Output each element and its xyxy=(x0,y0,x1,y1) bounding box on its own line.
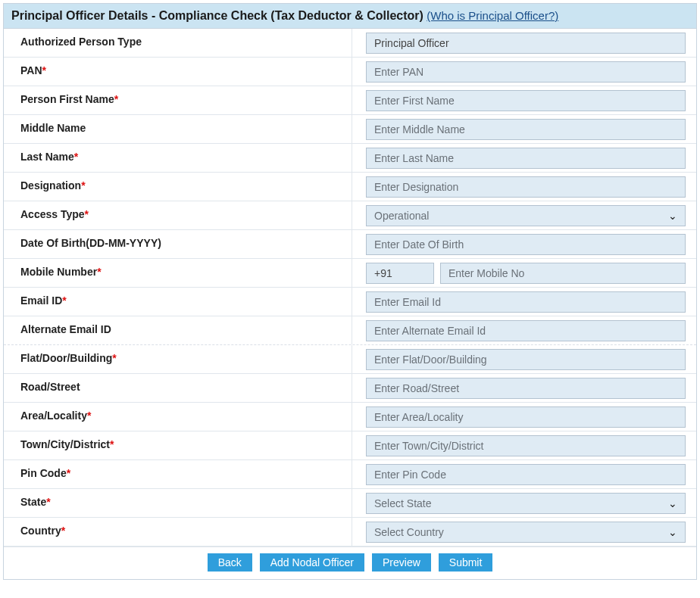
row-flat: Flat/Door/Building* xyxy=(4,345,696,374)
label-town: Town/City/District* xyxy=(4,431,352,459)
row-first-name: Person First Name* xyxy=(4,86,696,115)
help-link-principal-officer[interactable]: (Who is Principal Officer?) xyxy=(427,9,558,22)
preview-button[interactable]: Preview xyxy=(372,553,431,572)
row-road: Road/Street xyxy=(4,374,696,403)
row-access-type: Access Type* Operational ⌄ xyxy=(4,201,696,230)
input-town[interactable] xyxy=(366,435,686,456)
row-designation: Designation* xyxy=(4,173,696,201)
label-mobile: Mobile Number* xyxy=(4,259,352,287)
row-email: Email ID* xyxy=(4,288,696,316)
label-last-name: Last Name* xyxy=(4,144,352,172)
row-country: Country* Select Country ⌄ xyxy=(4,518,696,547)
label-alt-email: Alternate Email ID xyxy=(4,316,352,344)
input-designation[interactable] xyxy=(366,176,686,198)
select-state[interactable]: Select State ⌄ xyxy=(366,493,686,514)
row-pincode: Pin Code* xyxy=(4,460,696,489)
principal-officer-panel: Principal Officer Details - Compliance C… xyxy=(3,3,697,580)
input-first-name[interactable] xyxy=(366,90,686,111)
select-country[interactable]: Select Country ⌄ xyxy=(366,522,686,543)
input-last-name[interactable] xyxy=(366,148,686,169)
input-pincode[interactable] xyxy=(366,464,686,485)
label-state: State* xyxy=(4,489,352,517)
chevron-down-icon: ⌄ xyxy=(668,210,677,222)
label-dob: Date Of Birth(DD-MM-YYYY) xyxy=(4,230,352,258)
input-area[interactable] xyxy=(366,406,686,428)
footer-actions: Back Add Nodal Officer Preview Submit xyxy=(4,547,696,579)
input-email[interactable] xyxy=(366,291,686,313)
panel-title: Principal Officer Details - Compliance C… xyxy=(11,9,423,22)
row-alt-email: Alternate Email ID xyxy=(4,316,696,345)
back-button[interactable]: Back xyxy=(208,553,252,572)
label-middle-name: Middle Name xyxy=(4,115,352,143)
row-authorized-person-type: Authorized Person Type Principal Officer xyxy=(4,29,696,58)
label-access-type: Access Type* xyxy=(4,201,352,229)
panel-header: Principal Officer Details - Compliance C… xyxy=(4,4,696,29)
row-town: Town/City/District* xyxy=(4,431,696,460)
row-mobile: Mobile Number* +91 xyxy=(4,259,696,288)
row-dob: Date Of Birth(DD-MM-YYYY) xyxy=(4,230,696,259)
label-designation: Designation* xyxy=(4,173,352,201)
input-road[interactable] xyxy=(366,378,686,399)
input-flat[interactable] xyxy=(366,349,686,370)
input-middle-name[interactable] xyxy=(366,119,686,140)
label-pincode: Pin Code* xyxy=(4,460,352,488)
row-last-name: Last Name* xyxy=(4,144,696,173)
row-middle-name: Middle Name xyxy=(4,115,696,144)
label-email: Email ID* xyxy=(4,288,352,316)
row-state: State* Select State ⌄ xyxy=(4,489,696,518)
label-authorized-person-type: Authorized Person Type xyxy=(4,29,352,57)
chevron-down-icon: ⌄ xyxy=(668,526,677,538)
label-first-name: Person First Name* xyxy=(4,86,352,114)
add-nodal-officer-button[interactable]: Add Nodal Officer xyxy=(260,553,364,572)
submit-button[interactable]: Submit xyxy=(439,553,493,572)
input-alt-email[interactable] xyxy=(366,320,686,341)
input-mobile[interactable] xyxy=(440,263,686,284)
row-pan: PAN* xyxy=(4,58,696,86)
value-authorized-person-type: Principal Officer xyxy=(366,33,686,54)
input-pan[interactable] xyxy=(366,61,686,83)
chevron-down-icon: ⌄ xyxy=(668,497,677,509)
label-road: Road/Street xyxy=(4,374,352,402)
label-flat: Flat/Door/Building* xyxy=(4,345,352,373)
label-country: Country* xyxy=(4,518,352,546)
row-area: Area/Locality* xyxy=(4,403,696,431)
mobile-prefix: +91 xyxy=(366,263,434,284)
input-dob[interactable] xyxy=(366,234,686,255)
select-access-type[interactable]: Operational ⌄ xyxy=(366,205,686,226)
label-pan: PAN* xyxy=(4,58,352,86)
label-area: Area/Locality* xyxy=(4,403,352,431)
